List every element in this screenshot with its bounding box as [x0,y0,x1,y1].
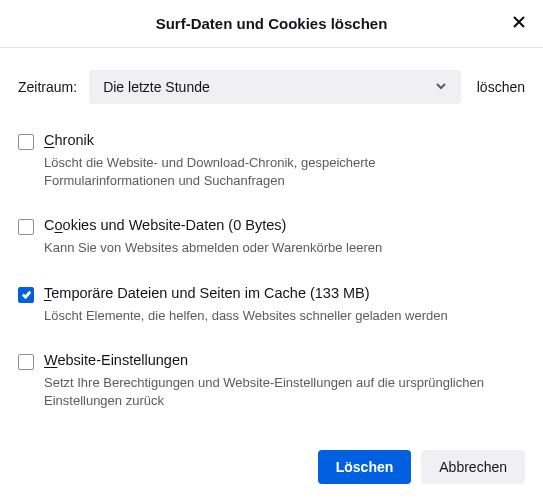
check-icon [21,287,32,303]
option-title-cache[interactable]: Temporäre Dateien und Seiten im Cache (1… [44,285,448,301]
timerange-selected-value: Die letzte Stunde [103,79,210,95]
option-desc-cache: Löscht Elemente, die helfen, dass Websit… [44,307,448,325]
checkbox-history[interactable] [18,134,34,150]
option-desc-sitesettings: Setzt Ihre Berechtigungen und Website-Ei… [44,374,504,409]
option-title-cookies[interactable]: Cookies und Website-Daten (0 Bytes) [44,217,382,233]
timerange-label: Zeitraum: [18,79,77,95]
close-icon [512,15,526,32]
chevron-down-icon [435,79,447,95]
dialog-title: Surf-Daten und Cookies löschen [156,15,388,32]
checkbox-cookies[interactable] [18,219,34,235]
cancel-button[interactable]: Abbrechen [421,450,525,484]
checkbox-sitesettings[interactable] [18,354,34,370]
clear-button[interactable]: Löschen [318,450,412,484]
timerange-select[interactable]: Die letzte Stunde [89,70,461,104]
option-desc-cookies: Kann Sie von Websites abmelden oder Ware… [44,239,382,257]
option-desc-history: Löscht die Website- und Download-Chronik… [44,154,504,189]
option-title-history[interactable]: Chronik [44,132,504,148]
timerange-suffix: löschen [477,79,525,95]
close-button[interactable] [507,12,531,36]
option-title-sitesettings[interactable]: Website-Einstellungen [44,352,504,368]
checkbox-cache[interactable] [18,287,34,303]
